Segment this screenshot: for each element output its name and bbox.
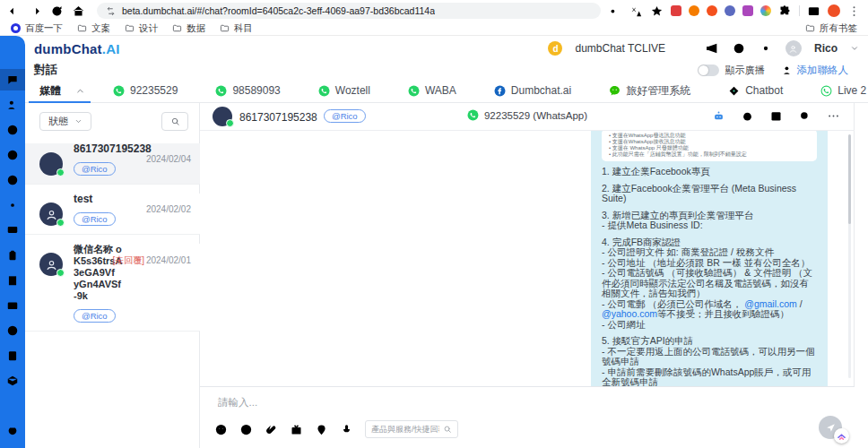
attachment-icon[interactable] xyxy=(265,423,278,436)
quick-reply-search[interactable]: 產品與服務/快捷回覆... xyxy=(365,420,458,438)
wechat-icon xyxy=(609,85,621,97)
show-broadcast-toggle[interactable] xyxy=(698,65,719,76)
extension-icon-4[interactable] xyxy=(725,5,735,16)
channel-label: 92235529 (WhatsApp) xyxy=(467,109,587,121)
password-key-icon[interactable] xyxy=(609,4,622,18)
folder-icon xyxy=(77,23,87,33)
home-icon[interactable] xyxy=(72,4,85,18)
contacts-icon[interactable] xyxy=(6,99,19,111)
extension-icon-1[interactable] xyxy=(671,5,681,16)
whatsapp-badge-icon xyxy=(56,219,65,227)
video-icon[interactable] xyxy=(6,149,19,161)
tab-92235529[interactable]: 92235529 xyxy=(94,79,196,102)
chat-list-item[interactable]: 微信名称 oK5s36trsA3eGA9Vf yGn4AVSf-9k [未回覆]… xyxy=(25,244,200,332)
reminders-clock-icon[interactable] xyxy=(732,41,746,56)
translate-icon[interactable] xyxy=(629,4,643,18)
forward-icon[interactable] xyxy=(29,4,42,18)
settings-icon[interactable] xyxy=(759,41,773,56)
extension-icon-2[interactable] xyxy=(689,5,699,16)
email-link[interactable]: @gmail.com xyxy=(744,298,797,309)
tab-media[interactable]: 媒體 xyxy=(25,79,94,102)
menu-icon[interactable] xyxy=(6,44,19,56)
clipboard-icon[interactable] xyxy=(6,249,19,262)
tab-98589093[interactable]: 98589093 xyxy=(196,79,299,102)
clickup-icon xyxy=(837,431,846,441)
messages-scrollbar[interactable] xyxy=(848,134,851,378)
help-icon[interactable] xyxy=(6,124,19,136)
unread-flag: [未回覆] xyxy=(112,255,144,265)
tab-live-2-test[interactable]: Live 2 test xyxy=(802,79,868,102)
microphone-icon[interactable] xyxy=(340,423,353,436)
assignee-tag: @Rico xyxy=(74,162,116,176)
emoji-icon[interactable] xyxy=(214,423,228,436)
assignee-tag: @Rico xyxy=(74,212,116,226)
template-gift-icon[interactable] xyxy=(290,423,303,436)
extension-icon-5[interactable] xyxy=(742,5,753,16)
notes-icon[interactable] xyxy=(6,349,19,362)
bookmarks-bar: 百度一下 文案 设计 数据 科目 所有书签 xyxy=(0,22,868,36)
bookmark-folder-1[interactable]: 文案 xyxy=(77,22,110,35)
tab-travel-system[interactable]: 旅好管理系統 xyxy=(590,79,709,102)
scrollbar-thumb[interactable] xyxy=(848,134,851,224)
browser-profile-avatar[interactable] xyxy=(828,4,840,17)
all-bookmarks[interactable]: 所有书签 xyxy=(805,22,857,35)
url-bar[interactable]: beta.dumbchat.ai/#/chat?roomId=6405ca2c-… xyxy=(97,3,601,19)
message-input[interactable]: 請輸入... xyxy=(218,396,756,409)
billing-card-icon[interactable] xyxy=(6,299,19,312)
more-icon[interactable] xyxy=(827,109,840,123)
bookmark-folder-3[interactable]: 数据 xyxy=(172,22,205,35)
settings-gear-icon[interactable] xyxy=(6,199,19,211)
url-text: beta.dumbchat.ai/#/chat?roomId=6405ca2c-… xyxy=(122,5,435,16)
tab-chatbot[interactable]: Chatbot xyxy=(709,79,802,102)
logout-power-icon[interactable] xyxy=(6,425,19,437)
sidebar-item-chats[interactable] xyxy=(0,69,25,90)
whatsapp-icon xyxy=(467,109,479,121)
browser-menu-icon[interactable] xyxy=(847,4,861,18)
facebook-icon xyxy=(494,85,506,97)
workspace-badge: d xyxy=(548,41,562,56)
history-icon[interactable] xyxy=(6,324,19,337)
extension-icon-3[interactable] xyxy=(707,5,717,16)
user-name[interactable]: Rico xyxy=(814,42,838,55)
avatar xyxy=(39,152,63,176)
location-icon[interactable] xyxy=(315,423,328,436)
add-contact-button[interactable]: 添加聯絡人 xyxy=(782,64,849,77)
chat-search-button[interactable] xyxy=(161,112,188,131)
chevron-down-icon[interactable] xyxy=(850,44,859,53)
bookmark-baidu[interactable]: 百度一下 xyxy=(11,22,63,35)
site-info-icon[interactable] xyxy=(106,6,116,16)
user-avatar[interactable] xyxy=(786,40,802,56)
chat-list-item[interactable]: test 2024/02/02 @Rico xyxy=(25,194,200,235)
chat-list-item[interactable]: 8617307195238 2024/02/04 @Rico xyxy=(25,143,200,185)
package-icon[interactable] xyxy=(6,375,19,387)
company-icon[interactable] xyxy=(6,274,19,287)
bookmark-star-icon[interactable] xyxy=(650,4,664,18)
side-panel-icon[interactable] xyxy=(807,4,820,18)
search-icon[interactable] xyxy=(798,109,812,123)
email-link[interactable]: @yahoo.com xyxy=(602,308,657,319)
screen-share-icon[interactable] xyxy=(6,224,19,237)
reload-icon[interactable] xyxy=(50,4,64,18)
bookmark-folder-4[interactable]: 科目 xyxy=(220,22,253,35)
message-area[interactable]: • 支援在WhatsApp發送訊息功能• 支援在WhatsApp接收訊息功能• … xyxy=(200,131,855,386)
quoted-message[interactable]: • 支援在WhatsApp發送訊息功能• 支援在WhatsApp接收訊息功能• … xyxy=(602,131,817,161)
broadcast-megaphone-icon[interactable] xyxy=(705,41,719,56)
chatbot-toggle-icon[interactable] xyxy=(712,109,725,123)
tab-woztell[interactable]: Woztell xyxy=(299,79,389,102)
tab-dumbchat-ai[interactable]: Dumbchat.ai xyxy=(475,79,590,102)
tab-waba[interactable]: WABA xyxy=(389,79,475,102)
status-filter-dropdown[interactable]: 狀態 xyxy=(39,112,91,131)
chevron-down-icon xyxy=(74,117,82,125)
schedule-add-icon[interactable] xyxy=(769,109,783,123)
clickup-widget[interactable] xyxy=(834,428,849,444)
app-sidebar xyxy=(0,36,25,448)
quick-send-icon[interactable] xyxy=(239,423,253,436)
extension-icon-6[interactable] xyxy=(760,5,771,16)
globe-icon[interactable] xyxy=(6,174,19,186)
whatsapp-icon xyxy=(820,85,832,97)
extensions-puzzle-icon[interactable] xyxy=(778,4,792,18)
back-icon[interactable] xyxy=(7,4,21,18)
chat-list: 狀態 8617307195238 2024/02/04 @Rico test 2… xyxy=(25,103,200,448)
reminder-add-icon[interactable] xyxy=(741,109,754,123)
bookmark-folder-2[interactable]: 设计 xyxy=(125,22,158,35)
